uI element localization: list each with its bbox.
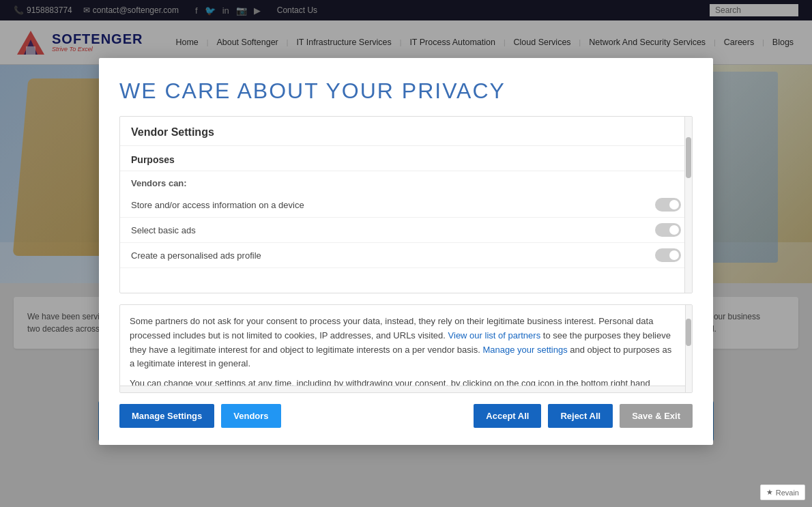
info-scrollbar (685, 305, 692, 392)
vendor-box-inner[interactable]: Vendor Settings Purposes Vendors can: St… (120, 117, 692, 293)
vendor-row-2: Select basic ads (120, 218, 692, 243)
info-hscroll (120, 386, 685, 392)
info-scrollbar-thumb (686, 319, 691, 346)
manage-settings-link[interactable]: Manage your settings (482, 345, 567, 355)
modal-title: WE CARE ABOUT YOUR PRIVACY (119, 78, 693, 104)
vendor-row-2-label: Select basic ads (131, 225, 196, 235)
vendor-row-3-label: Create a personalised ads profile (131, 250, 261, 261)
toggle-personalised-ads[interactable] (655, 248, 681, 262)
vendor-settings-title: Vendor Settings (120, 117, 692, 146)
privacy-modal: WE CARE ABOUT YOUR PRIVACY Vendor Settin… (99, 58, 713, 445)
vendor-row-1-label: Store and/or access information on a dev… (131, 200, 304, 210)
revain-badge[interactable]: ★ Revain (760, 484, 805, 500)
save-exit-button[interactable]: Save & Exit (620, 404, 693, 428)
toggle-basic-ads[interactable] (655, 223, 681, 237)
revain-label: Revain (776, 489, 799, 497)
vendor-row-3: Create a personalised ads profile (120, 243, 692, 268)
reject-all-button[interactable]: Reject All (548, 404, 613, 428)
toggle-store-info[interactable] (655, 198, 681, 212)
info-text-box: Some partners do not ask for your consen… (119, 304, 693, 393)
buttons-row: Manage Settings Vendors Accept All Rejec… (119, 404, 693, 428)
vendor-scrollbar-thumb (686, 137, 691, 178)
revain-icon: ★ (766, 488, 773, 497)
vendors-can-label: Vendors can: (120, 171, 692, 192)
accept-all-button[interactable]: Accept All (474, 404, 541, 428)
purposes-title: Purposes (120, 146, 692, 171)
vendors-button[interactable]: Vendors (221, 404, 280, 428)
partners-link[interactable]: View our list of partners (448, 330, 541, 341)
vendor-row-1: Store and/or access information on a dev… (120, 192, 692, 218)
vendor-settings-box[interactable]: Vendor Settings Purposes Vendors can: St… (119, 116, 693, 293)
manage-settings-button[interactable]: Manage Settings (119, 404, 214, 428)
info-paragraph-1: Some partners do not ask for your consen… (130, 315, 676, 371)
